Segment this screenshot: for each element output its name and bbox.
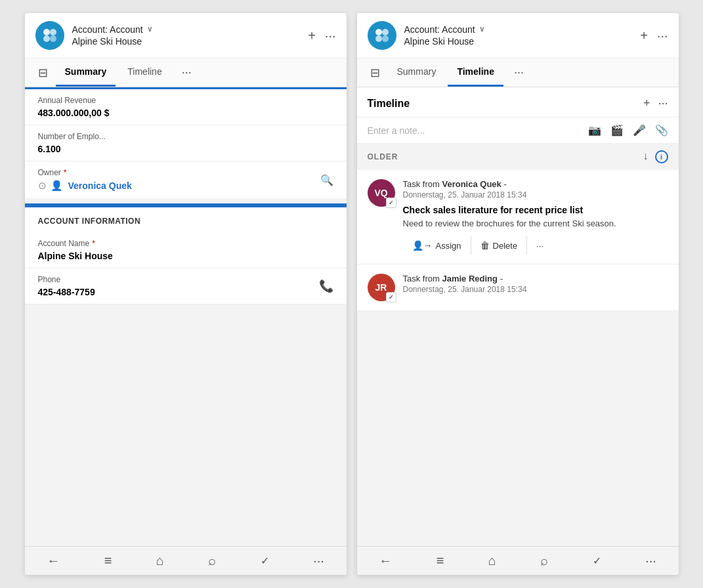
- note-camera-icon[interactable]: 📷: [588, 124, 601, 136]
- task1-title: Check sales literature for recent price …: [403, 205, 668, 215]
- left-tab-bar: ⊟ Summary Timeline ···: [25, 58, 347, 87]
- left-add-button[interactable]: +: [308, 28, 316, 43]
- right-tab-summary[interactable]: Summary: [388, 58, 446, 87]
- left-nav-home[interactable]: ⌂: [156, 553, 164, 568]
- left-title-chevron: ∨: [147, 24, 153, 35]
- right-title-block: Account: Account ∨ Alpine Ski House: [404, 24, 633, 47]
- left-summary-card: Annual Revenue 483.000.000,00 $ Number o…: [25, 87, 347, 198]
- account-info-card: ACCOUNT INFORMATION Account Name * Alpin…: [25, 203, 347, 304]
- left-nav-back[interactable]: ←: [47, 553, 60, 568]
- note-attach-icon[interactable]: 📎: [655, 124, 668, 136]
- phone-value: 425-488-7759: [38, 287, 95, 297]
- info-icon[interactable]: i: [655, 150, 668, 163]
- owner-search-button[interactable]: 🔍: [320, 174, 333, 186]
- owner-row: Owner * ⊙ 👤 Veronica Quek 🔍: [25, 161, 347, 198]
- timeline-header-block: Timeline + ···: [357, 87, 679, 117]
- phone-row: Phone 425-488-7759 📞: [25, 268, 347, 304]
- timeline-more-button[interactable]: ···: [658, 96, 668, 110]
- delete-icon: 🗑: [480, 240, 490, 251]
- assign-icon: 👤→: [412, 240, 433, 251]
- right-panel: Account: Account ∨ Alpine Ski House + ··…: [357, 13, 679, 575]
- right-tab-more[interactable]: ···: [509, 59, 529, 86]
- right-tab-bar: ⊟ Summary Timeline ···: [357, 58, 679, 87]
- right-title-line2: Alpine Ski House: [404, 35, 475, 47]
- svg-point-6: [375, 35, 382, 42]
- right-more-button[interactable]: ···: [657, 28, 668, 43]
- task1-assign-button[interactable]: 👤→ Assign: [403, 236, 471, 255]
- timeline-item-2: JR ✓ Task from Jamie Reding - Donnerstag…: [357, 264, 679, 311]
- task1-from-line: Task from Veronica Quek -: [403, 179, 668, 189]
- left-app-logo: [35, 21, 64, 50]
- left-title-line1: Account: Account: [72, 24, 143, 35]
- left-nav-more[interactable]: ···: [313, 553, 324, 568]
- employees-label: Number of Emplo...: [38, 132, 333, 141]
- svg-point-3: [50, 35, 56, 42]
- task2-avatar: JR ✓: [368, 274, 395, 301]
- right-nav-check[interactable]: ✓: [593, 555, 601, 567]
- right-add-button[interactable]: +: [640, 28, 648, 43]
- right-title-chevron: ∨: [479, 24, 485, 35]
- employees-row: Number of Emplo... 6.100: [25, 125, 347, 161]
- right-header: Account: Account ∨ Alpine Ski House + ··…: [357, 13, 679, 58]
- svg-point-0: [43, 29, 50, 35]
- svg-point-2: [43, 35, 50, 42]
- left-nav-menu[interactable]: ≡: [104, 553, 112, 568]
- right-nav-menu[interactable]: ≡: [437, 553, 444, 568]
- task1-avatar-initials: VQ: [374, 188, 387, 198]
- account-name-row: Account Name * Alpine Ski House: [25, 232, 347, 268]
- owner-person-icon: 👤: [51, 180, 63, 192]
- svg-point-1: [50, 29, 56, 35]
- phone-call-icon[interactable]: 📞: [319, 279, 333, 293]
- note-video-icon[interactable]: 🎬: [610, 124, 624, 136]
- note-placeholder[interactable]: Enter a note...: [368, 125, 425, 136]
- right-app-logo: [368, 21, 396, 50]
- right-nav-search[interactable]: ⌕: [540, 553, 548, 568]
- right-header-actions: + ···: [640, 28, 668, 43]
- task1-description: Need to review the brochures for the cur…: [403, 218, 668, 230]
- sort-down-icon[interactable]: ↓: [643, 150, 649, 163]
- task1-avatar-badge: ✓: [386, 198, 396, 208]
- account-name-value: Alpine Ski House: [38, 251, 333, 261]
- note-icons: 📷 🎬 🎤 📎: [588, 124, 668, 136]
- left-nav-search[interactable]: ⌕: [208, 553, 216, 568]
- left-grid-icon: ⊟: [33, 59, 53, 87]
- timeline-title: Timeline: [368, 98, 410, 110]
- task2-avatar-badge: ✓: [386, 292, 396, 303]
- right-tab-timeline[interactable]: Timeline: [448, 58, 503, 87]
- task2-content: Task from Jamie Reding - Donnerstag, 25.…: [403, 274, 668, 301]
- task2-from-line: Task from Jamie Reding -: [403, 274, 668, 284]
- note-input-row: Enter a note... 📷 🎬 🎤 📎: [357, 117, 679, 144]
- left-header: Account: Account ∨ Alpine Ski House + ··…: [25, 13, 347, 58]
- task2-avatar-initials: JR: [375, 282, 387, 293]
- right-nav-back[interactable]: ←: [379, 553, 392, 568]
- timeline-add-button[interactable]: +: [643, 96, 650, 110]
- right-grid-icon: ⊟: [365, 59, 385, 87]
- left-title-block: Account: Account ∨ Alpine Ski House: [72, 24, 301, 47]
- right-content: Timeline + ··· Enter a note... 📷 🎬 🎤 📎 O…: [357, 87, 679, 546]
- task1-more-button[interactable]: ···: [527, 237, 553, 255]
- right-title-line1: Account: Account: [404, 24, 475, 35]
- left-more-button[interactable]: ···: [325, 28, 336, 43]
- owner-name[interactable]: Veronica Quek: [68, 180, 132, 191]
- older-actions: ↓ i: [643, 150, 668, 163]
- right-nav-more[interactable]: ···: [645, 553, 656, 568]
- task1-from-name: Veronica Quek: [442, 179, 501, 189]
- task1-actions: 👤→ Assign 🗑 Delete ···: [403, 236, 668, 255]
- left-title-line2: Alpine Ski House: [72, 35, 142, 47]
- svg-point-4: [375, 29, 382, 35]
- left-tab-more[interactable]: ···: [177, 59, 197, 86]
- left-header-actions: + ···: [308, 28, 335, 43]
- left-tab-summary[interactable]: Summary: [56, 58, 116, 87]
- task2-from-suffix: -: [500, 274, 503, 284]
- left-nav-check[interactable]: ✓: [261, 555, 269, 567]
- task1-date: Donnerstag, 25. Januar 2018 15:34: [403, 190, 668, 200]
- right-nav-home[interactable]: ⌂: [488, 553, 496, 568]
- left-bottom-nav: ← ≡ ⌂ ⌕ ✓ ···: [25, 546, 347, 575]
- left-tab-timeline[interactable]: Timeline: [118, 58, 171, 87]
- annual-revenue-label: Annual Revenue: [38, 96, 333, 105]
- note-mic-icon[interactable]: 🎤: [633, 124, 646, 136]
- task1-delete-button[interactable]: 🗑 Delete: [471, 236, 528, 255]
- older-label: OLDER: [368, 152, 398, 161]
- task1-from-prefix: Task from: [403, 179, 440, 189]
- annual-revenue-row: Annual Revenue 483.000.000,00 $: [25, 89, 347, 125]
